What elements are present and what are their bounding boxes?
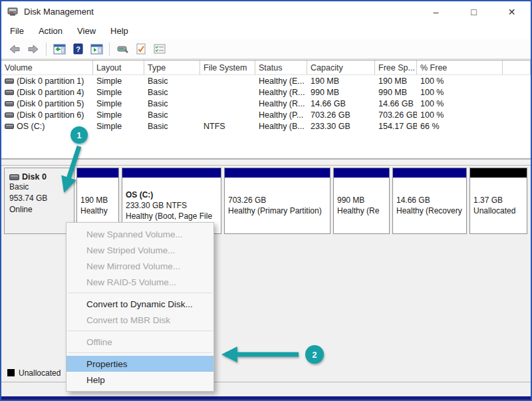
volume-row[interactable]: (Disk 0 partition 1) Simple Basic Health… <box>1 75 531 86</box>
volume-list-pane: Volume Layout Type File System Status Ca… <box>1 60 531 159</box>
toolbar-separator <box>109 43 110 56</box>
menu-item-convert-dynamic-disk[interactable]: Convert to Dynamic Disk... <box>66 296 213 312</box>
cell-layout: Simple <box>93 76 144 86</box>
menu-separator <box>68 352 212 353</box>
menu-item-new-mirrored-volume[interactable]: New Mirrored Volume... <box>66 258 213 274</box>
partition-status: Unallocated <box>473 205 527 216</box>
device-icon[interactable] <box>114 42 130 57</box>
disk-context-menu: New Spanned Volume... New Striped Volume… <box>66 222 214 392</box>
volume-table-header: Volume Layout Type File System Status Ca… <box>1 61 531 75</box>
unallocated-swatch <box>7 369 15 376</box>
cell-layout: Simple <box>93 122 144 131</box>
toolbar: ? <box>1 39 531 59</box>
partition-4[interactable]: 990 MB Healthy (Re <box>333 168 390 234</box>
minimize-button[interactable]: – <box>417 1 455 22</box>
menu-item-new-striped-volume[interactable]: New Striped Volume... <box>66 242 213 258</box>
volume-row[interactable]: OS (C:) Simple Basic NTFS Healthy (B... … <box>1 120 531 132</box>
close-button[interactable]: ✕ <box>493 1 531 22</box>
disk0-info-panel[interactable]: Disk 0 Basic 953.74 GB Online <box>4 168 74 234</box>
volume-icon <box>5 78 14 84</box>
partition-color-bar <box>225 168 330 178</box>
disk-name: Disk 0 <box>22 172 47 182</box>
volume-icon <box>5 101 14 106</box>
cell-capacity: 990 MB <box>307 88 375 97</box>
column-header-filler <box>503 61 531 74</box>
column-header-file-system[interactable]: File System <box>200 61 255 74</box>
column-header-status[interactable]: Status <box>255 61 307 74</box>
menu-item-properties[interactable]: Properties <box>66 356 213 372</box>
volume-name: (Disk 0 partition 4) <box>17 88 84 97</box>
column-header-type[interactable]: Type <box>144 61 200 74</box>
pane-splitter[interactable] <box>1 159 531 166</box>
cell-pct-free: 100 % <box>417 88 503 97</box>
volume-row[interactable]: (Disk 0 partition 6) Simple Basic Health… <box>1 109 531 120</box>
partition-color-bar <box>334 168 389 178</box>
toolbar-separator <box>46 43 47 56</box>
column-header-free-space[interactable]: Free Sp... <box>375 61 417 74</box>
task-list-icon[interactable] <box>152 42 168 57</box>
cell-status: Healthy (B... <box>255 122 307 131</box>
checklist-document-icon[interactable] <box>133 42 149 57</box>
cell-type: Basic <box>144 110 200 120</box>
menu-help[interactable]: Help <box>110 26 128 36</box>
maximize-button[interactable]: □ <box>455 1 493 22</box>
app-icon <box>7 7 19 17</box>
partition-size: 990 MB <box>337 195 389 205</box>
forward-icon[interactable] <box>25 42 41 57</box>
volume-row[interactable]: (Disk 0 partition 5) Simple Basic Health… <box>1 98 531 109</box>
cell-capacity: 190 MB <box>307 76 375 86</box>
show-action-pane-icon[interactable] <box>88 42 104 57</box>
partition-size: 233.30 GB NTFS <box>126 200 221 211</box>
disk-type: Basic <box>9 182 74 193</box>
partition-size: 14.66 GB <box>396 195 466 205</box>
cell-layout: Simple <box>93 88 144 97</box>
cell-file-system: NTFS <box>200 122 255 131</box>
cell-capacity: 233.30 GB <box>307 122 375 131</box>
svg-text:?: ? <box>76 45 80 53</box>
menu-separator <box>68 293 212 293</box>
partition-size: 1.37 GB <box>473 195 527 205</box>
partition-color-bar <box>470 168 527 178</box>
cell-status: Healthy (P... <box>255 110 307 120</box>
cell-type: Basic <box>144 88 200 97</box>
partition-status: Healthy <box>80 205 118 216</box>
partition-status: Healthy (Primary Partition) <box>228 205 330 216</box>
menu-item-convert-mbr-disk[interactable]: Convert to MBR Disk <box>66 312 213 328</box>
cell-pct-free: 100 % <box>417 76 503 86</box>
menu-view[interactable]: View <box>77 26 96 36</box>
cell-layout: Simple <box>93 99 144 108</box>
menu-file[interactable]: File <box>10 26 24 36</box>
volume-row[interactable]: (Disk 0 partition 4) Simple Basic Health… <box>1 86 531 98</box>
partition-5[interactable]: 14.66 GB Healthy (Recovery <box>392 168 467 234</box>
volume-icon <box>5 112 14 118</box>
menu-item-offline[interactable]: Offline <box>66 334 213 350</box>
cell-free-space: 154.17 GB <box>375 122 417 131</box>
cell-status: Healthy (R... <box>255 99 307 108</box>
partition-status: Healthy (Recovery <box>396 205 466 216</box>
partition-unallocated[interactable]: 1.37 GB Unallocated <box>469 168 527 234</box>
volume-name: OS (C:) <box>17 122 45 131</box>
column-header-capacity[interactable]: Capacity <box>307 61 375 74</box>
column-header-pct-free[interactable]: % Free <box>417 61 503 74</box>
partition-color-bar <box>77 168 118 178</box>
back-icon[interactable] <box>7 42 23 57</box>
partition-color-bar <box>393 168 466 178</box>
cell-capacity: 14.66 GB <box>307 99 375 108</box>
column-header-volume[interactable]: Volume <box>1 61 93 74</box>
volume-icon <box>5 90 14 95</box>
menu-item-new-spanned-volume[interactable]: New Spanned Volume... <box>66 226 213 242</box>
cell-free-space: 190 MB <box>375 76 417 86</box>
show-console-tree-icon[interactable] <box>51 42 67 57</box>
partition-3[interactable]: 703.26 GB Healthy (Primary Partition) <box>224 168 331 234</box>
column-header-layout[interactable]: Layout <box>93 61 144 74</box>
cell-status: Healthy (E... <box>255 76 307 86</box>
cell-pct-free: 100 % <box>417 110 503 120</box>
cell-capacity: 703.26 GB <box>307 110 375 120</box>
menu-item-help[interactable]: Help <box>66 372 213 388</box>
menu-item-new-raid5-volume[interactable]: New RAID-5 Volume... <box>66 274 213 290</box>
partition-status: Healthy (Re <box>337 205 389 216</box>
help-icon[interactable]: ? <box>70 42 86 57</box>
menu-action[interactable]: Action <box>39 26 63 36</box>
volume-icon <box>5 124 14 129</box>
partition-color-bar <box>122 168 221 178</box>
